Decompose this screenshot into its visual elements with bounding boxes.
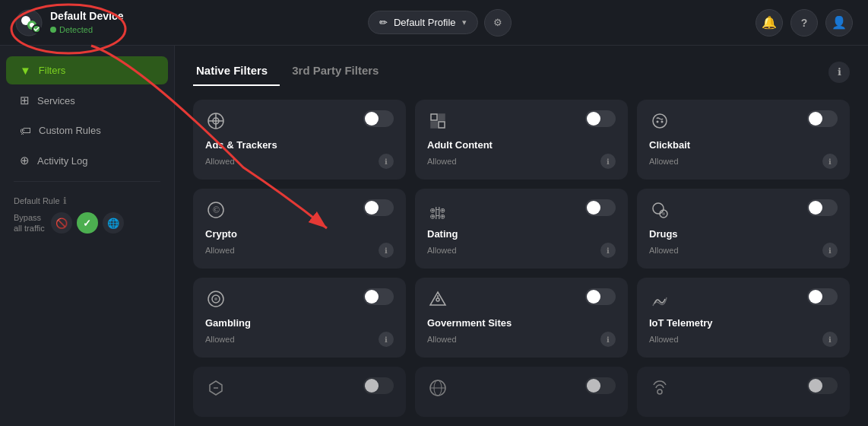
info-icon: ℹ <box>63 196 67 206</box>
gambling-toggle[interactable] <box>363 288 394 305</box>
filter-card-drugs[interactable]: Drugs Allowed ℹ <box>637 189 850 269</box>
svg-point-22 <box>662 212 665 215</box>
filter-card-malware[interactable] <box>193 367 406 417</box>
iot-telemetry-toggle[interactable] <box>807 288 838 305</box>
filter-name: IoT Telemetry <box>649 317 838 329</box>
header-left: Default Device Detected <box>15 9 123 37</box>
default-rule-section: Default Rule ℹ Bypassall traffic 🚫 ✓ 🌐 <box>0 188 174 242</box>
settings-button[interactable]: ⚙ <box>484 9 512 37</box>
filter-status: Allowed <box>649 335 679 344</box>
svg-text:⊕H⊕: ⊕H⊕ <box>430 211 445 219</box>
tab-third-party-filters[interactable]: 3rd Party Filters <box>289 58 391 86</box>
svg-point-25 <box>214 297 217 300</box>
ads-trackers-toggle[interactable] <box>363 110 394 127</box>
filters-icon: ▼ <box>20 64 31 77</box>
help-button[interactable]: ? <box>790 9 818 37</box>
globe-rule-button[interactable]: 🌐 <box>103 212 124 234</box>
sidebar-item-custom-rules[interactable]: 🏷 Custom Rules <box>6 116 168 145</box>
svg-point-15 <box>661 121 664 123</box>
filter-info-button[interactable]: ℹ <box>600 243 616 258</box>
allow-rule-button[interactable]: ✓ <box>77 212 98 234</box>
svg-rect-10 <box>439 114 445 120</box>
logo-icon <box>15 9 43 37</box>
header: Default Device Detected ✏ Default Profil… <box>0 0 868 46</box>
svg-point-13 <box>653 114 667 128</box>
government-sites-toggle[interactable] <box>585 288 616 305</box>
sidebar-item-services[interactable]: ⊞ Services <box>6 86 168 115</box>
filter-card-crypto[interactable]: © Crypto Allowed ℹ <box>193 189 406 269</box>
filter-info-button[interactable]: ℹ <box>600 154 616 169</box>
filter-card-top <box>205 110 394 132</box>
tabs-left: Native Filters 3rd Party Filters <box>193 58 400 86</box>
filter-grid: Ads & Trackers Allowed ℹ <box>193 100 850 358</box>
filter-status: Allowed <box>649 157 679 166</box>
main-content: Native Filters 3rd Party Filters ℹ <box>175 46 868 426</box>
filter-card-ads-trackers[interactable]: Ads & Trackers Allowed ℹ <box>193 100 406 180</box>
profile-label: Default Profile <box>394 17 456 28</box>
filter-card-dating[interactable]: ⊕H⊕ ⊕H⊕ Dating Allowed ℹ <box>415 189 628 269</box>
filter-card-top <box>649 288 838 310</box>
filter-card-top <box>649 110 838 132</box>
filter-info-button[interactable]: ℹ <box>822 154 838 169</box>
filter-card-adult-content[interactable]: Adult Content Allowed ℹ <box>415 100 628 180</box>
filter-card-streaming[interactable] <box>637 367 850 417</box>
adult-content-toggle[interactable] <box>585 110 616 127</box>
sidebar-divider <box>14 181 160 182</box>
filter-card-iot-telemetry[interactable]: IoT Telemetry Allowed ℹ <box>637 278 850 358</box>
filter-name: Crypto <box>205 228 394 240</box>
dating-icon: ⊕H⊕ ⊕H⊕ <box>427 199 448 221</box>
drugs-toggle[interactable] <box>807 199 838 216</box>
crypto-icon: © <box>205 199 227 221</box>
profile-button[interactable]: ✏ Default Profile ▾ <box>368 11 478 34</box>
tab-native-filters[interactable]: Native Filters <box>193 58 280 86</box>
detected-dot <box>50 27 56 33</box>
filter-card-top <box>205 288 394 310</box>
sidebar-item-activity-log[interactable]: ⊕ Activity Log <box>6 146 168 175</box>
user-button[interactable]: 👤 <box>825 9 853 37</box>
filter-card-top <box>649 199 838 221</box>
filter-card-top <box>427 288 616 310</box>
drugs-icon <box>649 199 670 221</box>
sidebar: ▼ Filters ⊞ Services 🏷 Custom Rules ⊕ Ac… <box>0 46 175 426</box>
filter-info-button[interactable]: ℹ <box>600 332 616 347</box>
filter-info-button[interactable]: ℹ <box>822 243 838 258</box>
filter-name: Ads & Trackers <box>205 139 394 151</box>
filter-card-top <box>427 110 616 132</box>
filter-info-button[interactable]: ℹ <box>822 332 838 347</box>
sidebar-item-filters[interactable]: ▼ Filters <box>6 56 168 84</box>
filter-info-button[interactable]: ℹ <box>379 332 394 347</box>
social-icon <box>427 377 448 399</box>
settings-icon: ⚙ <box>493 17 502 28</box>
filter-name: Drugs <box>649 228 838 240</box>
filter-grid-bottom <box>193 367 850 417</box>
clickbait-toggle[interactable] <box>807 110 838 127</box>
filter-card-clickbait[interactable]: Clickbait Allowed ℹ <box>637 100 850 180</box>
filter-status: Allowed <box>427 335 457 344</box>
filter-card-government-sites[interactable]: Government Sites Allowed ℹ <box>415 278 628 358</box>
filter-card-social[interactable] <box>415 367 628 417</box>
notifications-button[interactable]: 🔔 <box>756 9 783 37</box>
activity-log-icon: ⊕ <box>20 154 30 167</box>
filter-status: Allowed <box>649 246 679 255</box>
tab-info-button[interactable]: ℹ <box>828 62 850 83</box>
gambling-icon <box>205 288 227 310</box>
filter-info-button[interactable]: ℹ <box>379 243 394 258</box>
social-toggle[interactable] <box>585 377 616 394</box>
default-rule-label: Default Rule ℹ <box>14 196 160 206</box>
filter-info-button[interactable]: ℹ <box>379 154 394 169</box>
streaming-toggle[interactable] <box>807 377 838 394</box>
block-rule-button[interactable]: 🚫 <box>51 212 72 234</box>
info-icon: ℹ <box>838 66 841 78</box>
user-icon: 👤 <box>832 15 847 30</box>
dating-toggle[interactable] <box>585 199 616 216</box>
crypto-toggle[interactable] <box>363 199 394 216</box>
filter-card-gambling[interactable]: Gambling Allowed ℹ <box>193 278 406 358</box>
sidebar-item-label: Activity Log <box>37 155 87 167</box>
malware-toggle[interactable] <box>363 377 394 394</box>
layout: ▼ Filters ⊞ Services 🏷 Custom Rules ⊕ Ac… <box>0 46 868 426</box>
bypass-label: Bypassall traffic <box>14 212 45 234</box>
adult-content-icon <box>427 110 448 132</box>
svg-point-27 <box>436 298 439 301</box>
filter-name: Gambling <box>205 317 394 329</box>
globe-icon: 🌐 <box>107 218 119 229</box>
